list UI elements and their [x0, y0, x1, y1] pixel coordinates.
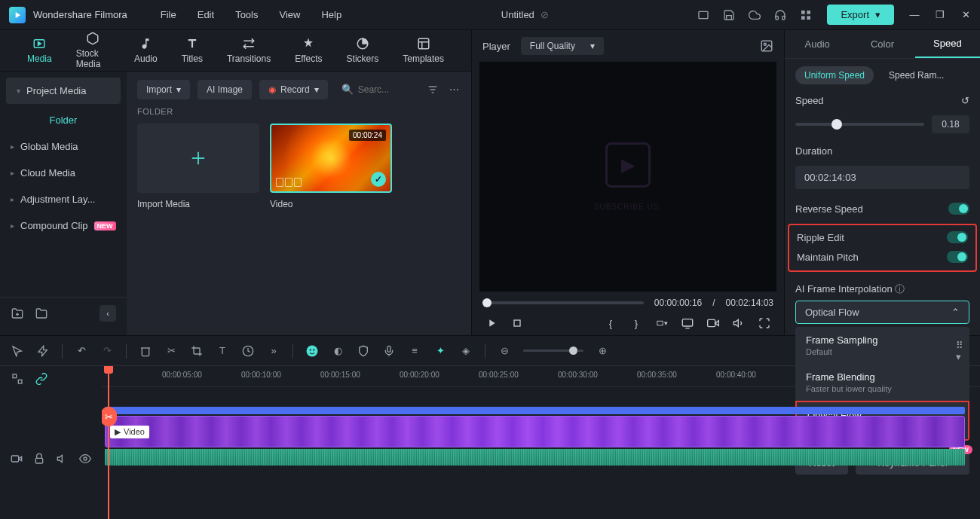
- mark-out-icon[interactable]: }: [630, 317, 642, 329]
- track-lock-icon[interactable]: [33, 452, 45, 466]
- search-input[interactable]: [358, 84, 403, 95]
- tab-stickers[interactable]: Stickers: [335, 32, 391, 69]
- zoom-knob[interactable]: [569, 347, 577, 355]
- play-button[interactable]: [485, 317, 498, 329]
- apps-icon[interactable]: [800, 9, 812, 21]
- sidebar-adjustment-layer[interactable]: ▸Adjustment Lay...: [0, 186, 127, 212]
- mode-speed-ramping[interactable]: Speed Ram...: [880, 66, 953, 84]
- right-tab-speed[interactable]: Speed: [915, 30, 980, 58]
- volume-icon[interactable]: [733, 317, 745, 329]
- ai-face-icon[interactable]: [305, 344, 319, 358]
- video-clip[interactable]: ▶ Video: [105, 416, 965, 447]
- tab-transitions[interactable]: Transitions: [215, 32, 283, 69]
- more-tools-icon[interactable]: »: [267, 344, 280, 358]
- redo-icon[interactable]: ↷: [100, 344, 114, 358]
- text-icon[interactable]: T: [216, 344, 229, 358]
- ripple-edit-toggle[interactable]: [947, 231, 968, 243]
- display-icon[interactable]: [681, 317, 694, 329]
- sidebar-folder[interactable]: Folder: [0, 107, 127, 133]
- duration-input[interactable]: 00:02:14:03: [795, 166, 969, 189]
- maximize-button[interactable]: ❐: [935, 10, 945, 20]
- link-icon[interactable]: [35, 372, 48, 386]
- track-visible-icon[interactable]: [79, 452, 91, 466]
- zoom-slider[interactable]: [523, 350, 583, 352]
- track-mute-icon[interactable]: [57, 452, 69, 466]
- video-clip-card[interactable]: 00:00:24 ✓ Video: [270, 124, 392, 209]
- snapshot-icon[interactable]: [760, 39, 773, 53]
- interpolation-select[interactable]: Optical Flow⌃: [795, 301, 969, 324]
- stop-button[interactable]: [511, 317, 523, 329]
- minimize-button[interactable]: —: [909, 10, 920, 20]
- menu-tools[interactable]: Tools: [225, 9, 268, 20]
- adjust-icon[interactable]: ≡: [408, 344, 421, 358]
- crop-icon[interactable]: [190, 344, 204, 358]
- maintain-pitch-toggle[interactable]: [947, 251, 968, 263]
- tab-templates[interactable]: Templates: [390, 32, 456, 69]
- speed-slider[interactable]: [795, 123, 924, 126]
- tab-media[interactable]: Media: [15, 32, 64, 69]
- track-video-icon[interactable]: [11, 452, 23, 466]
- keyframe-icon[interactable]: ◈: [459, 344, 473, 358]
- layout-icon[interactable]: [697, 9, 709, 21]
- close-button[interactable]: ✕: [960, 10, 971, 20]
- quality-dropdown[interactable]: Full Quality▾: [521, 37, 604, 55]
- menu-edit[interactable]: Edit: [187, 9, 225, 20]
- new-folder-icon[interactable]: [11, 307, 24, 320]
- export-button[interactable]: Export▾: [827, 5, 894, 25]
- mode-uniform-speed[interactable]: Uniform Speed: [795, 66, 874, 84]
- audio-waveform[interactable]: [105, 449, 965, 466]
- folder-icon[interactable]: [35, 307, 48, 320]
- clip-overlay-bar[interactable]: [105, 407, 965, 414]
- filter-icon[interactable]: [426, 83, 439, 96]
- right-tab-color[interactable]: Color: [850, 31, 914, 57]
- reset-speed-icon[interactable]: ↺: [961, 95, 969, 106]
- headphones-icon[interactable]: [774, 9, 786, 21]
- zoom-out-icon[interactable]: ⊖: [498, 344, 511, 358]
- cloud-icon[interactable]: [749, 9, 761, 21]
- menu-view[interactable]: View: [268, 9, 311, 20]
- playhead-scissors-icon[interactable]: ✂: [102, 407, 117, 426]
- right-tab-audio[interactable]: Audio: [785, 31, 850, 57]
- reverse-speed-toggle[interactable]: [948, 203, 969, 215]
- collapse-sidebar-button[interactable]: ‹: [100, 305, 116, 322]
- undo-icon[interactable]: ↶: [75, 344, 88, 358]
- save-icon[interactable]: [723, 9, 735, 21]
- sidebar-cloud-media[interactable]: ▸Cloud Media: [0, 160, 127, 186]
- track-options-icon[interactable]: ⠿ ▾: [956, 344, 969, 358]
- search-field[interactable]: 🔍: [335, 79, 418, 99]
- split-icon[interactable]: ✂: [164, 344, 178, 358]
- ai-image-button[interactable]: AI Image: [198, 80, 252, 99]
- record-button[interactable]: ◉Record▾: [259, 80, 328, 99]
- pointer-tool-icon[interactable]: [11, 344, 24, 358]
- ratio-icon[interactable]: ▾: [656, 317, 668, 329]
- shield-icon[interactable]: [357, 344, 370, 358]
- menu-file[interactable]: File: [150, 9, 187, 20]
- timeline-tracks[interactable]: 00:00:05:00 00:00:10:00 00:00:15:00 00:0…: [102, 366, 980, 519]
- zoom-in-icon[interactable]: ⊕: [596, 344, 609, 358]
- playhead-handle-icon[interactable]: [104, 366, 113, 374]
- color-icon[interactable]: ◐: [331, 344, 345, 358]
- marker-green-icon[interactable]: ✦: [433, 344, 447, 358]
- help-icon[interactable]: ⓘ: [895, 283, 905, 295]
- tab-stock-media[interactable]: Stock Media: [64, 27, 122, 74]
- fullscreen-icon[interactable]: [758, 317, 770, 329]
- mic-icon[interactable]: [382, 344, 396, 358]
- speed-value[interactable]: 0.18: [932, 115, 969, 133]
- sidebar-global-media[interactable]: ▸Global Media: [0, 133, 127, 160]
- delete-icon[interactable]: [139, 344, 152, 358]
- tab-titles[interactable]: Titles: [170, 32, 215, 69]
- playback-slider[interactable]: [482, 301, 644, 304]
- mark-in-icon[interactable]: {: [605, 317, 617, 329]
- slider-knob[interactable]: [831, 119, 842, 130]
- sidebar-compound-clip[interactable]: ▸Compound ClipNEW: [0, 212, 127, 239]
- import-button[interactable]: Import▾: [137, 80, 190, 99]
- import-media-card[interactable]: Import Media: [137, 124, 259, 209]
- more-icon[interactable]: ⋯: [447, 83, 461, 96]
- playhead[interactable]: ✂: [108, 366, 109, 519]
- slider-knob[interactable]: [482, 298, 492, 307]
- tab-effects[interactable]: Effects: [283, 32, 334, 69]
- camera-icon[interactable]: [707, 317, 719, 329]
- select-tool-icon[interactable]: [36, 344, 50, 358]
- preview-canvas[interactable]: ▶ SUBSCRIBE US:: [479, 62, 776, 292]
- speed-icon[interactable]: [241, 344, 255, 358]
